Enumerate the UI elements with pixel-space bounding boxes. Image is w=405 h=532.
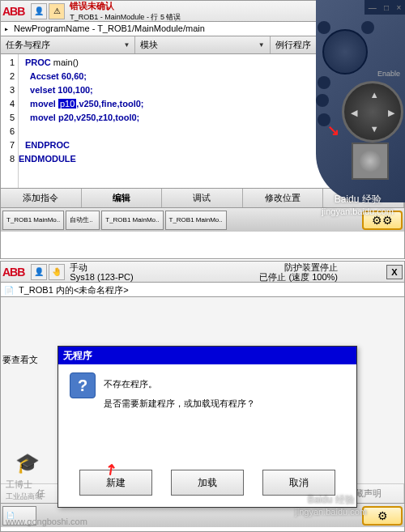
bottom-window: ABB 👤🤚 手动防护装置停止 Sys18 (123-PC)已停止 (速度 10… [0, 261, 405, 532]
selected-token[interactable]: p10 [58, 99, 76, 109]
pendant-dpad[interactable] [322, 29, 368, 74]
dialog-title: 无程序 [58, 347, 356, 364]
status-text: 手动防护装置停止 Sys18 (123-PC)已停止 (速度 100%) [70, 262, 386, 282]
pendant-button-c[interactable] [318, 76, 330, 89]
truncated-label: 要查看文 [2, 354, 38, 366]
watermark-baidu-2: Baidu 经验 jingyan.baidu.com [295, 493, 367, 517]
cancel-button[interactable]: 取消 [262, 470, 335, 496]
task-tab-1[interactable]: T_ROB1 MainMo.. [2, 211, 64, 230]
warning-icon[interactable]: ⚠ [49, 3, 65, 19]
teach-pendant: — □ × Enable ▲ ▼ ◀ ▶ ↘ [316, 0, 405, 202]
watermark-baidu-1: Baidu 经验 jingyan.baidu.com [322, 193, 394, 216]
gongboshi-logo: 🎓 [15, 452, 40, 475]
pendant-button-b[interactable] [361, 21, 374, 34]
titlebar-2: ABB 👤🤚 手动防护装置停止 Sys18 (123-PC)已停止 (速度 10… [1, 262, 404, 283]
joystick[interactable]: ▲ ▼ ◀ ▶ [342, 81, 403, 143]
dialog-message: 不存在程序。 是否需要新建程序，或加载现有程序？ [104, 372, 345, 413]
tool-add-instruction[interactable]: 添加指令 [1, 189, 82, 207]
abb-logo: ABB [2, 5, 24, 18]
menu-task-program[interactable]: 任务与程序▼ [1, 36, 135, 53]
line-gutter: 12345678 [1, 54, 19, 188]
gongboshi-url: www.gongboshi.com [6, 517, 87, 526]
no-program-dialog: 无程序 ? 不存在程序。 是否需要新建程序，或加载现有程序？ 新建 加载 取消 [58, 346, 357, 508]
pendant-button-a[interactable] [318, 21, 330, 34]
close-button-2[interactable]: X [386, 265, 403, 279]
main-area: 要查看文 无程序 ? 不存在程序。 是否需要新建程序，或加载现有程序？ 新建 加… [1, 297, 404, 483]
tool-modify-position[interactable]: 修改位置 [243, 189, 324, 207]
task-tab-3[interactable]: T_ROB1 MainMo.. [101, 211, 163, 230]
gongboshi-brand: 工博士 [6, 479, 32, 491]
task-tab-2[interactable]: 自动生.. [66, 211, 100, 230]
tool-edit[interactable]: 编辑 [82, 189, 163, 207]
user-icon[interactable]: 👤 [31, 3, 47, 19]
gongboshi-sub: 工业品商城 [6, 492, 42, 502]
close-icon[interactable]: × [396, 3, 401, 12]
abb-logo-2: ABB [2, 266, 24, 279]
maximize-icon[interactable]: □ [384, 3, 389, 12]
load-button[interactable]: 加载 [171, 470, 244, 496]
gear-button-2[interactable]: ⚙ [362, 506, 403, 526]
red-arrow-annotation: ↘ [327, 121, 339, 139]
mode-icon[interactable]: 🤚 [49, 264, 65, 280]
chevron-down-icon: ▼ [123, 41, 130, 49]
minimize-icon[interactable]: — [369, 3, 377, 12]
tool-debug[interactable]: 调试 [162, 189, 243, 207]
task-tab-4[interactable]: T_ROB1 MainMo.. [165, 211, 227, 230]
user-icon-2[interactable]: 👤 [31, 264, 47, 280]
pendant-window-controls: — □ × [364, 0, 405, 15]
mode-dial[interactable] [352, 143, 389, 180]
question-icon: ? [70, 372, 96, 398]
program-path-2: 📄 T_ROB1 内的<未命名程序> [1, 283, 404, 297]
enable-label: Enable [377, 70, 400, 78]
titlebar-icons: 👤 ⚠ [31, 3, 65, 19]
pendant-button-d[interactable] [316, 94, 329, 107]
menu-module[interactable]: 模块▼ [135, 36, 270, 53]
chevron-down-icon: ▼ [258, 41, 265, 49]
